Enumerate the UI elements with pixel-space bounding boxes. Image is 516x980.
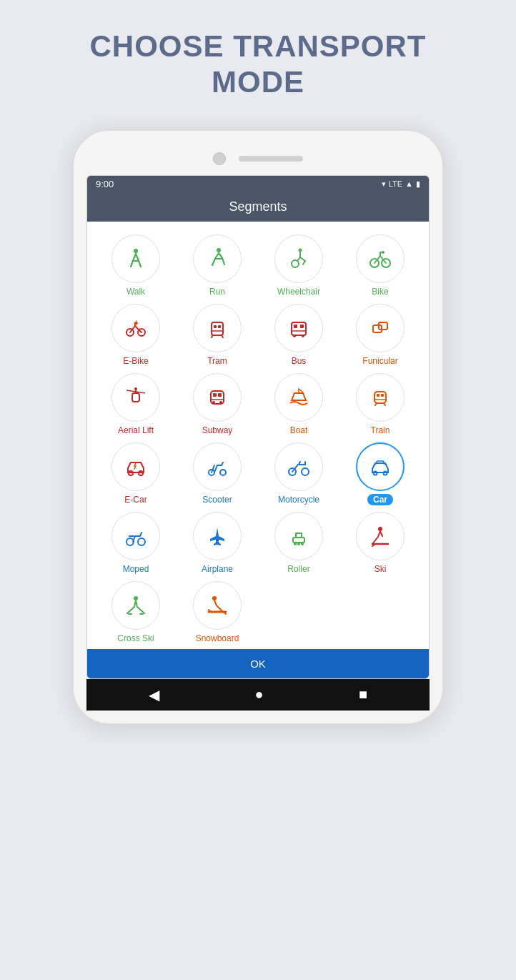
svg-point-32: [220, 470, 226, 475]
phone-top-bar: [86, 152, 430, 165]
transport-icon-car: [356, 442, 405, 491]
svg-point-15: [293, 335, 296, 337]
transport-item-scooter[interactable]: Scooter: [179, 442, 256, 505]
transport-modal: WalkRunWheelchairBikeE-BikeTramBusFunicu…: [87, 222, 429, 678]
transport-label-funicular: Funicular: [362, 356, 397, 366]
transport-item-snowboard[interactable]: Snowboard: [179, 581, 256, 643]
signal-icon: ▲: [405, 179, 413, 188]
wifi-icon: ▾: [382, 179, 386, 189]
svg-rect-23: [218, 393, 222, 397]
svg-point-40: [294, 543, 297, 545]
transport-item-run[interactable]: Run: [179, 234, 256, 297]
transport-item-wheelchair[interactable]: Wheelchair: [260, 234, 337, 297]
transport-icon-roller: [274, 512, 323, 560]
transport-icon-airplane: [193, 512, 242, 560]
transport-item-bike[interactable]: Bike: [342, 234, 419, 297]
transport-icon-boat: [274, 373, 323, 422]
transport-icon-scooter: [193, 442, 242, 491]
phone-speaker: [239, 156, 303, 162]
transport-icon-wheelchair: [274, 234, 323, 283]
transport-grid: WalkRunWheelchairBikeE-BikeTramBusFunicu…: [94, 234, 422, 643]
home-button[interactable]: ●: [254, 686, 263, 703]
transport-label-bike: Bike: [372, 287, 388, 297]
transport-label-roller: Roller: [287, 564, 309, 574]
svg-point-20: [134, 387, 137, 390]
transport-item-aerial_lift[interactable]: Aerial Lift: [97, 373, 174, 435]
svg-rect-19: [132, 393, 139, 402]
transport-item-train[interactable]: Train: [342, 373, 419, 435]
transport-icon-bus: [274, 304, 323, 352]
svg-point-34: [302, 468, 309, 475]
status-icons: ▾ LTE ▲ ▮: [382, 179, 420, 189]
svg-rect-12: [292, 322, 306, 335]
transport-item-subway[interactable]: Subway: [179, 373, 256, 435]
svg-rect-11: [218, 325, 221, 328]
svg-rect-13: [294, 325, 297, 328]
transport-item-tram[interactable]: Tram: [179, 304, 256, 366]
lte-label: LTE: [389, 179, 402, 188]
transport-item-roller[interactable]: Roller: [260, 512, 337, 574]
transport-item-xski[interactable]: Cross Ski: [97, 581, 174, 643]
status-bar: 9:00 ▾ LTE ▲ ▮: [87, 176, 429, 192]
transport-label-moped: Moped: [123, 564, 149, 574]
svg-rect-26: [374, 392, 386, 403]
svg-rect-22: [213, 393, 217, 397]
transport-icon-subway: [193, 373, 242, 422]
svg-rect-10: [214, 325, 217, 328]
transport-item-motorcycle[interactable]: Motorcycle: [260, 442, 337, 505]
transport-label-snowboard: Snowboard: [196, 633, 239, 643]
phone-screen: 9:00 ▾ LTE ▲ ▮ Segments WalkRunWheelchai…: [86, 175, 430, 679]
transport-label-wheelchair: Wheelchair: [277, 287, 320, 297]
transport-item-ski[interactable]: Ski: [342, 512, 419, 574]
transport-label-boat: Boat: [290, 425, 308, 435]
transport-item-airplane[interactable]: Airplane: [179, 512, 256, 574]
transport-label-motorcycle: Motorcycle: [278, 495, 319, 505]
transport-label-airplane: Airplane: [202, 564, 233, 574]
transport-label-tram: Tram: [207, 356, 227, 366]
transport-label-car: Car: [367, 495, 393, 505]
transport-label-ecar: E-Car: [124, 495, 147, 505]
transport-item-moped[interactable]: Moped: [97, 512, 174, 574]
transport-label-ebike: E-Bike: [123, 356, 148, 366]
svg-point-3: [292, 260, 299, 267]
svg-rect-39: [293, 538, 304, 543]
transport-icon-snowboard: [193, 581, 242, 630]
svg-point-41: [297, 543, 300, 545]
status-time: 9:00: [96, 179, 114, 189]
transport-label-subway: Subway: [202, 425, 233, 435]
transport-item-ebike[interactable]: E-Bike: [97, 304, 174, 366]
transport-item-bus[interactable]: Bus: [260, 304, 337, 366]
svg-rect-28: [381, 394, 384, 397]
back-button[interactable]: ◀: [149, 686, 159, 703]
svg-rect-27: [377, 394, 379, 397]
transport-icon-walk: [111, 234, 160, 283]
app-bar: Segments: [87, 192, 429, 222]
svg-point-42: [301, 543, 304, 545]
transport-item-car[interactable]: Car: [342, 442, 419, 505]
transport-label-scooter: Scooter: [202, 495, 232, 505]
transport-item-walk[interactable]: Walk: [97, 234, 174, 297]
svg-point-6: [382, 251, 384, 254]
transport-icon-aerial_lift: [111, 373, 160, 422]
transport-icon-ski: [356, 512, 405, 560]
transport-icon-bike: [356, 234, 405, 283]
transport-item-funicular[interactable]: Funicular: [342, 304, 419, 366]
menu-button[interactable]: ■: [359, 686, 367, 703]
svg-point-1: [217, 248, 221, 252]
transport-icon-motorcycle: [274, 442, 323, 491]
battery-icon: ▮: [416, 179, 420, 189]
svg-rect-14: [300, 325, 304, 328]
transport-label-bus: Bus: [292, 356, 307, 366]
svg-point-25: [219, 401, 222, 404]
confirm-button[interactable]: OK: [87, 649, 429, 678]
transport-label-run: Run: [209, 287, 225, 297]
transport-item-ecar[interactable]: E-Car: [97, 442, 174, 505]
transport-label-train: Train: [371, 425, 390, 435]
transport-label-xski: Cross Ski: [117, 633, 154, 643]
transport-item-boat[interactable]: Boat: [260, 373, 337, 435]
svg-point-2: [299, 248, 302, 252]
transport-icon-tram: [193, 304, 242, 352]
svg-point-16: [302, 335, 304, 337]
transport-icon-run: [193, 234, 242, 283]
app-bar-title: Segments: [229, 199, 287, 214]
